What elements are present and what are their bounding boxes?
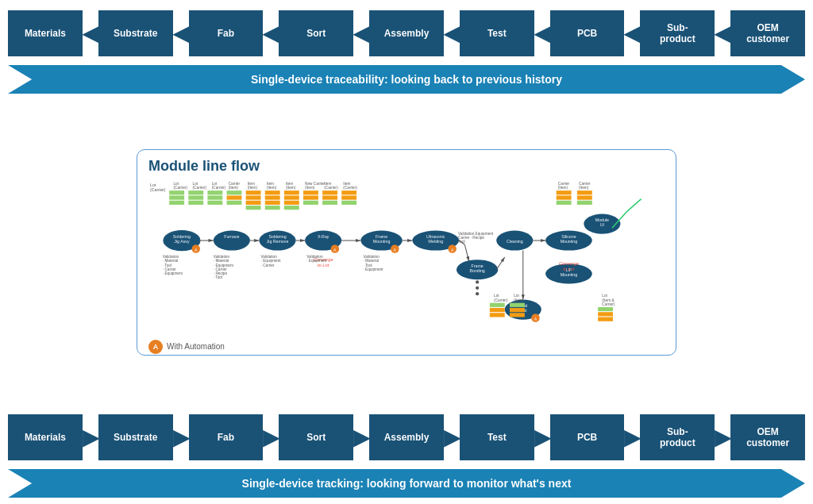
svg-text:Soldering: Soldering [268,233,286,238]
automation-icon: A [148,340,163,354]
svg-rect-62 [577,190,592,194]
svg-rect-19 [227,190,242,194]
svg-text:Cleaning: Cleaning [507,239,523,244]
diagram-title: Module line flow [148,158,665,175]
svg-rect-120 [510,307,525,311]
svg-rect-121 [510,313,525,317]
svg-rect-21 [227,200,242,204]
svg-text:(Carrier): (Carrier) [494,298,508,302]
top-banner-text: Single-device traceability: looking back… [251,73,562,86]
top-arrow-1: ◀ [173,23,189,44]
svg-rect-5 [169,195,184,199]
bottom-banner-shape: Single-device tracking: looking forward … [8,469,805,498]
automation-text: With Automation [167,342,225,351]
svg-rect-57 [557,190,572,194]
middle-section: Module line flow Lot (Carrier) Lot (Carr… [8,98,805,406]
svg-text:Bonding: Bonding [470,267,485,272]
svg-rect-54 [341,200,356,204]
svg-text:(Item): (Item) [248,186,258,190]
bottom-step-0: Materials [8,414,83,460]
svg-text:to Lot: to Lot [318,262,329,267]
top-arrow-3: ◀ [353,23,369,44]
bottom-arrow-0: ▶ [83,427,98,448]
top-arrow-0: ◀ [83,23,98,44]
svg-rect-37 [284,195,299,199]
svg-text:Jig Assy: Jig Assy [174,239,190,244]
bottom-arrow-3: ▶ [353,427,369,448]
bottom-arrow-1: ▶ [173,427,189,448]
bottom-step-6: PCB [550,414,625,460]
svg-rect-115 [490,307,505,311]
svg-text:to Lot: to Lot [563,266,575,271]
svg-text:(Carrier): (Carrier) [173,186,187,190]
svg-rect-59 [557,200,572,204]
svg-text:Welding: Welding [428,239,443,244]
svg-text:(Item): (Item) [267,186,277,190]
svg-line-134 [464,244,468,261]
svg-rect-125 [598,306,613,310]
automation-label: A With Automation [148,340,665,354]
svg-rect-119 [510,302,525,306]
bottom-step-2: Fab [189,414,264,460]
top-step-4: Assembly [369,10,444,56]
svg-text:Ultrasonic: Ultrasonic [426,233,445,238]
svg-rect-33 [265,206,280,210]
svg-text:Mounting: Mounting [561,239,578,244]
diagram-svg-area: Lot (Carrier) Lot (Carrier) Lot (Ca [148,178,665,337]
main-container: Materials◀Substrate◀Fab◀Sort◀Assembly◀Te… [0,0,813,504]
svg-text:· Equipment: · Equipment [163,271,183,275]
svg-text:Furnace: Furnace [224,233,239,238]
svg-point-168 [476,286,479,289]
svg-rect-38 [284,200,299,204]
svg-text:· Equipment: · Equipment [363,267,383,271]
svg-rect-32 [265,200,280,204]
bottom-step-8: OEM customer [730,414,805,460]
bottom-arrow-6: ▶ [624,427,640,448]
svg-rect-16 [207,200,222,204]
diagram-svg: Lot (Carrier) Lot (Carrier) Lot (Ca [148,178,665,337]
svg-rect-64 [577,200,592,204]
svg-text:Lot: Lot [150,182,156,187]
svg-rect-11 [188,200,203,204]
svg-text:Frame: Frame [376,233,387,238]
svg-text:Jig Remove: Jig Remove [267,239,289,244]
svg-rect-126 [598,312,613,316]
svg-text:(Carrier): (Carrier) [150,187,166,192]
top-step-5: Test [460,10,534,56]
svg-text:Carrier): Carrier) [602,302,615,306]
top-step-2: Fab [189,10,264,56]
svg-rect-48 [322,195,337,199]
svg-rect-6 [169,200,184,204]
svg-text:X-Ray: X-Ray [318,233,329,238]
svg-text:(Item): (Item) [579,186,589,190]
svg-text:A: A [394,247,397,252]
bottom-step-4: Assembly [369,414,444,460]
top-step-0: Materials [8,10,83,56]
svg-text:Mounting: Mounting [561,272,578,277]
bottom-arrow-row: Materials▶Substrate▶Fab▶Sort▶Assembly▶Te… [8,410,805,464]
svg-text:(Item): (Item) [514,298,524,302]
svg-rect-42 [303,190,318,194]
svg-text:A: A [195,247,198,252]
svg-rect-4 [169,190,184,194]
svg-text:(Item): (Item) [229,186,239,190]
svg-rect-10 [188,195,203,199]
svg-text:(Item): (Item) [305,186,315,190]
bottom-arrow-7: ▶ [715,427,730,448]
svg-rect-24 [246,190,261,194]
svg-text:A: A [333,247,337,252]
svg-rect-39 [284,206,299,210]
svg-rect-53 [341,195,356,199]
svg-text:Soldering: Soldering [173,233,191,238]
svg-text:· Equipment: · Equipment [306,259,327,263]
svg-text:· Tool: · Tool [214,275,222,279]
svg-rect-25 [246,195,261,199]
diagram-container: Module line flow Lot (Carrier) Lot (Carr… [137,149,676,356]
top-step-8: OEM customer [730,10,805,56]
top-step-6: PCB [550,10,625,56]
svg-rect-26 [246,200,261,204]
top-arrow-2: ◀ [263,23,279,44]
svg-rect-127 [598,317,613,321]
svg-line-171 [627,198,642,211]
svg-rect-58 [557,195,572,199]
